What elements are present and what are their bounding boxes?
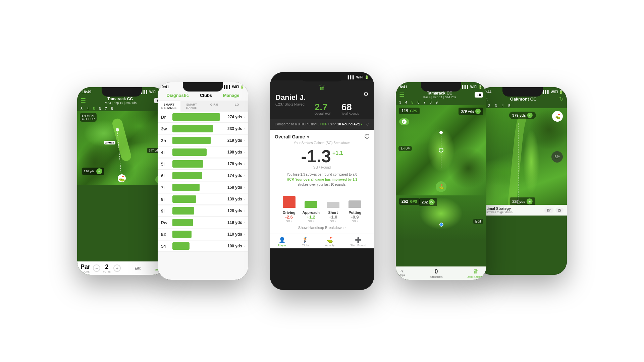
approach-bar [305,201,317,208]
phone-3-header: ♛ ⚙ Daniel J. 6,237 Shots Played 2.7 Ove… [270,80,374,119]
dist-badge-4-top: 379 yds ▲ [459,108,483,115]
club-bar-wrap [172,172,220,179]
club-bar-54 [172,242,190,250]
driving-sg[interactable]: SG › [286,220,292,223]
nav-start-round[interactable]: ➕ Start Round [350,237,366,247]
edit-button[interactable]: Edit [135,266,141,270]
short-value: +1.0 [329,215,337,220]
phone-5-notch [502,87,543,97]
sub-tab-gir[interactable]: GIR% [203,101,226,112]
club-row-7i[interactable]: 7i 158 yds › [158,182,248,193]
refresh-icon[interactable]: ↻ [559,96,564,102]
comparison-hcp: 0 HCP [318,122,327,126]
approach-label-group: Approach +1.2 SG › [301,210,321,223]
club-name-dr: Dr [161,115,170,120]
tab-clubs[interactable]: Clubs [197,92,215,99]
chevron-right-icon: › [244,185,245,190]
phone-3-signal: ▌▌▌ [348,75,355,79]
comparison-rounds: 10 Round Avg [337,122,360,126]
wifi-icon: WiFi [149,90,156,94]
plus-button[interactable]: + [113,264,121,272]
show-breakdown-btn[interactable]: Show Handicap Breakdown › [275,226,369,230]
nav-player[interactable]: 👤 Player [278,237,286,247]
nav-clubs[interactable]: 🏌 Clubs [302,237,310,247]
club-bar-wrap [172,137,220,144]
phone-1-course-name: Tamarack CC [104,97,137,101]
sub-tab-lo[interactable]: LO [226,101,249,112]
menu-icon[interactable]: ☰ [80,97,86,104]
caddie-badge-dr: Dr [429,199,435,205]
maps-item[interactable]: 🗺 Maps [398,270,405,277]
caddie-button-top[interactable]: P [399,118,409,125]
putting-sg[interactable]: SG › [352,220,358,223]
approach-sg[interactable]: SG › [308,220,314,223]
filter-icon[interactable]: ▽ [366,121,369,127]
tab-diagnostic[interactable]: Diagnostic [164,92,192,99]
club-row-5i[interactable]: 5i 178 yds › [158,159,248,170]
club-name-3w: 3w [161,126,170,131]
club-row-dr[interactable]: Dr 274 yds › [158,112,248,123]
gps-badge-1: 119 GPS [399,108,420,114]
phone-1-course-sub: Par 4 | Hcp 11 | 394 Yds [104,101,137,105]
ball-dot [439,223,443,227]
club-row-54[interactable]: 54 100 yds › [158,241,248,252]
sub-tab-smart-range[interactable]: SMART RANGE [180,101,203,112]
overall-game-title: Overall Game ▾ ⓘ [275,134,369,140]
phone-5-screen: 18:44 ▌▌▌ WiFi 🔋 Exit Oakmont CC ↻ 1 2 3… [478,87,567,275]
club-bar-52 [172,231,192,238]
chevron-down-icon[interactable]: ▾ [361,122,362,126]
short-sg[interactable]: SG › [330,220,336,223]
maps-icon: 🗺 [400,270,403,273]
overall-section: Overall Game ▾ ⓘ Your Strokes Gained (SG… [270,130,374,234]
putting-value: -0.9 [351,215,359,220]
help-icon[interactable]: ⓘ [365,134,369,140]
par-group: Par SCORE [80,263,90,273]
player-dot [439,148,443,153]
gps-badge-2: 262 GPS [399,198,420,205]
club-name-2h: 2h [161,138,170,143]
phone-4-map-bottom: 262 GPS 282 Dr Edit [396,195,486,241]
club-dr-pill[interactable]: Dr [544,207,553,213]
club-2i-pill[interactable]: 2i [555,207,564,213]
club-bar-wrap [172,195,220,203]
sub-tab-smart-distance[interactable]: SMART DISTANCE [158,101,180,112]
club-yds-6i: 174 yds [222,173,242,178]
caddie-logo-icon: ♛ [473,268,478,275]
dist-top-icon: ▲ [527,113,533,118]
club-yds-52: 110 yds [222,232,242,237]
player-name-section: Daniel J. 6,237 Shots Played 2.7 Overall… [275,93,369,115]
flag-button[interactable]: ⛳ [436,181,446,192]
tab-manage[interactable]: Manage [220,92,242,99]
chevron-down-game[interactable]: ▾ [307,134,309,139]
total-rounds-label: Total Rounds [341,112,359,115]
club-row-9i[interactable]: 9i 128 yds › [158,205,248,217]
ask-caddie-label: ASK CADDIE [468,276,484,279]
sg-breakdown-title: Your Strokes Gained (SG) Breakdown [275,141,369,145]
phone-4: 8:41 ▌▌▌ WiFi 🔋 ☰ Tamarack CC Par 4 | Hc… [396,82,486,280]
clubs-nav-label: Clubs [302,244,310,247]
club-yds-8i: 139 yds [222,197,242,201]
club-row-3w[interactable]: 3w 233 yds › [158,123,248,134]
edit-button-4[interactable]: Edit [473,219,483,224]
phone-2-notch [183,82,223,92]
phone-4-menu-icon[interactable]: ☰ [399,91,405,99]
club-row-pw[interactable]: Pw 119 yds › [158,217,248,228]
club-row-52[interactable]: 52 110 yds › [158,229,248,240]
club-row-6i[interactable]: 6i 174 yds › [158,170,248,181]
ask-caddie-item[interactable]: ♛ ASK CADDIE [468,268,484,279]
putting-label-group: Putting -0.9 SG › [345,210,365,223]
phone-4-notch [421,82,461,92]
flag-circle: ⛳ [552,111,563,122]
club-row-2h[interactable]: 2h 219 yds › [158,135,248,146]
gear-icon[interactable]: ⚙ [363,90,369,98]
strokes-label: STROKES [430,276,442,279]
phone-4-bottom-bar: 🗺 Maps 0 STROKES ♛ ASK CADDIE [396,266,486,280]
club-row-8i[interactable]: 8i 139 yds › [158,194,248,205]
phone-2-sub-tabs: SMART DISTANCE SMART RANGE GIR% LO [158,101,248,112]
minus-button[interactable]: − [93,264,100,272]
nav-activity[interactable]: ⛳ Activity [325,237,335,247]
club-row-4i[interactable]: 4i 198 yds › [158,147,248,158]
club-bar-wrap [172,207,220,215]
phone-1-hole-nav: 3 4 5 6 7 8 [77,106,166,111]
club-yds-2h: 219 yds [222,138,242,143]
